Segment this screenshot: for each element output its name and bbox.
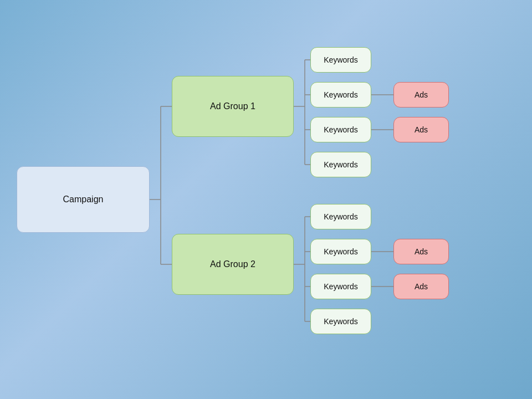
diagram: Campaign Ad Group 1 Ad Group 2 Keywords …	[0, 0, 532, 399]
keyword-1-3: Keywords	[310, 117, 371, 142]
adgroup-1-label: Ad Group 1	[210, 101, 255, 111]
adgroup-2-node: Ad Group 2	[172, 234, 294, 295]
ads-2-1: Ads	[393, 239, 449, 264]
campaign-label: Campaign	[63, 195, 104, 204]
keyword-2-4: Keywords	[310, 309, 371, 334]
ads-2-2: Ads	[393, 274, 449, 299]
adgroup-2-label: Ad Group 2	[210, 259, 255, 269]
keyword-2-3: Keywords	[310, 274, 371, 299]
keyword-2-1: Keywords	[310, 204, 371, 229]
adgroup-1-node: Ad Group 1	[172, 76, 294, 137]
keyword-1-1: Keywords	[310, 47, 371, 73]
keyword-1-4: Keywords	[310, 152, 371, 177]
keyword-1-2: Keywords	[310, 82, 371, 108]
ads-1-1: Ads	[393, 82, 449, 108]
campaign-node: Campaign	[17, 166, 150, 233]
keyword-2-2: Keywords	[310, 239, 371, 264]
ads-1-2: Ads	[393, 117, 449, 142]
